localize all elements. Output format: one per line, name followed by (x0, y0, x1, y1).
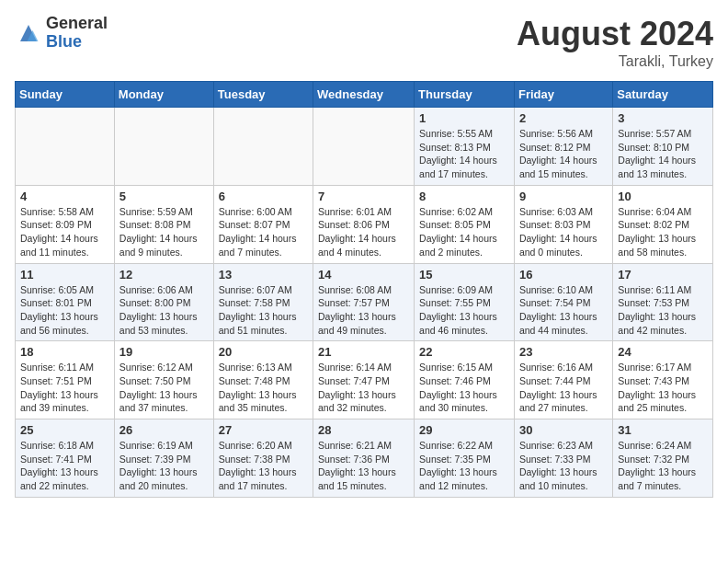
calendar-cell: 29Sunrise: 6:22 AM Sunset: 7:35 PM Dayli… (415, 419, 515, 498)
day-number: 4 (20, 190, 109, 203)
calendar-cell: 9Sunrise: 6:03 AM Sunset: 8:03 PM Daylig… (514, 185, 612, 263)
day-number: 15 (419, 268, 509, 282)
calendar-cell: 16Sunrise: 6:10 AM Sunset: 7:54 PM Dayli… (514, 263, 612, 341)
day-number: 31 (618, 423, 708, 437)
header: General Blue August 2024 Tarakli, Turkey (15, 15, 713, 70)
calendar-cell: 25Sunrise: 6:18 AM Sunset: 7:41 PM Dayli… (16, 419, 115, 498)
day-info: Sunrise: 6:01 AM Sunset: 8:06 PM Dayligh… (318, 205, 409, 259)
calendar-cell: 15Sunrise: 6:09 AM Sunset: 7:55 PM Dayli… (415, 263, 515, 341)
calendar-cell: 26Sunrise: 6:19 AM Sunset: 7:39 PM Dayli… (114, 419, 213, 498)
day-number: 23 (519, 345, 608, 359)
day-number: 2 (519, 111, 608, 125)
calendar-cell: 24Sunrise: 6:17 AM Sunset: 7:43 PM Dayli… (613, 341, 713, 419)
calendar: Sunday Monday Tuesday Wednesday Thursday… (15, 81, 713, 498)
day-info: Sunrise: 6:16 AM Sunset: 7:44 PM Dayligh… (519, 361, 608, 415)
calendar-cell: 27Sunrise: 6:20 AM Sunset: 7:38 PM Dayli… (213, 419, 313, 498)
calendar-cell: 1Sunrise: 5:55 AM Sunset: 8:13 PM Daylig… (415, 108, 515, 186)
calendar-header-row: Sunday Monday Tuesday Wednesday Thursday… (16, 82, 713, 108)
calendar-cell: 23Sunrise: 6:16 AM Sunset: 7:44 PM Dayli… (514, 341, 612, 419)
day-number: 20 (219, 345, 308, 359)
day-info: Sunrise: 6:04 AM Sunset: 8:02 PM Dayligh… (618, 205, 708, 259)
day-number: 12 (119, 268, 209, 282)
day-info: Sunrise: 5:56 AM Sunset: 8:12 PM Dayligh… (519, 127, 608, 181)
calendar-week-1: 1Sunrise: 5:55 AM Sunset: 8:13 PM Daylig… (16, 108, 713, 186)
location: Tarakli, Turkey (517, 53, 713, 70)
day-info: Sunrise: 6:02 AM Sunset: 8:05 PM Dayligh… (419, 205, 509, 259)
day-info: Sunrise: 6:18 AM Sunset: 7:41 PM Dayligh… (20, 439, 109, 493)
logo: General Blue (15, 15, 108, 52)
calendar-week-2: 4Sunrise: 5:58 AM Sunset: 8:09 PM Daylig… (16, 185, 713, 263)
calendar-cell: 6Sunrise: 6:00 AM Sunset: 8:07 PM Daylig… (213, 185, 313, 263)
day-number: 22 (419, 345, 509, 359)
day-info: Sunrise: 6:11 AM Sunset: 7:53 PM Dayligh… (618, 283, 708, 338)
day-number: 5 (119, 190, 209, 203)
day-number: 3 (618, 111, 708, 125)
logo-icon (15, 19, 42, 47)
day-number: 26 (119, 423, 209, 437)
col-friday: Friday (514, 82, 612, 108)
calendar-cell: 10Sunrise: 6:04 AM Sunset: 8:02 PM Dayli… (613, 185, 713, 263)
day-number: 13 (219, 268, 308, 282)
col-tuesday: Tuesday (213, 82, 313, 108)
calendar-cell: 2Sunrise: 5:56 AM Sunset: 8:12 PM Daylig… (514, 108, 612, 186)
day-number: 30 (519, 423, 608, 437)
day-number: 19 (119, 345, 209, 359)
calendar-cell: 14Sunrise: 6:08 AM Sunset: 7:57 PM Dayli… (313, 263, 415, 341)
calendar-cell: 18Sunrise: 6:11 AM Sunset: 7:51 PM Dayli… (16, 341, 115, 419)
calendar-cell: 12Sunrise: 6:06 AM Sunset: 8:00 PM Dayli… (114, 263, 213, 341)
day-number: 25 (20, 423, 109, 437)
logo-text: General Blue (46, 15, 108, 52)
day-number: 21 (318, 345, 409, 359)
day-info: Sunrise: 6:06 AM Sunset: 8:00 PM Dayligh… (119, 283, 209, 338)
day-number: 29 (419, 423, 509, 437)
calendar-cell: 21Sunrise: 6:14 AM Sunset: 7:47 PM Dayli… (313, 341, 415, 419)
day-number: 18 (20, 345, 109, 359)
day-number: 24 (618, 345, 708, 359)
day-info: Sunrise: 6:12 AM Sunset: 7:50 PM Dayligh… (119, 361, 209, 415)
day-info: Sunrise: 6:23 AM Sunset: 7:33 PM Dayligh… (519, 439, 608, 493)
day-info: Sunrise: 6:19 AM Sunset: 7:39 PM Dayligh… (119, 439, 209, 493)
day-number: 27 (219, 423, 308, 437)
calendar-cell: 30Sunrise: 6:23 AM Sunset: 7:33 PM Dayli… (514, 419, 612, 498)
day-info: Sunrise: 5:59 AM Sunset: 8:08 PM Dayligh… (119, 205, 209, 259)
day-info: Sunrise: 6:24 AM Sunset: 7:32 PM Dayligh… (618, 439, 708, 493)
day-number: 6 (219, 190, 308, 203)
day-number: 28 (318, 423, 409, 437)
calendar-cell (213, 108, 313, 186)
day-info: Sunrise: 6:03 AM Sunset: 8:03 PM Dayligh… (519, 205, 608, 259)
day-info: Sunrise: 6:05 AM Sunset: 8:01 PM Dayligh… (20, 283, 109, 338)
calendar-cell: 22Sunrise: 6:15 AM Sunset: 7:46 PM Dayli… (415, 341, 515, 419)
day-info: Sunrise: 6:00 AM Sunset: 8:07 PM Dayligh… (219, 205, 308, 259)
month-year: August 2024 (517, 15, 713, 53)
day-info: Sunrise: 5:58 AM Sunset: 8:09 PM Dayligh… (20, 205, 109, 259)
day-info: Sunrise: 6:13 AM Sunset: 7:48 PM Dayligh… (219, 361, 308, 415)
day-info: Sunrise: 6:14 AM Sunset: 7:47 PM Dayligh… (318, 361, 409, 415)
calendar-cell: 3Sunrise: 5:57 AM Sunset: 8:10 PM Daylig… (613, 108, 713, 186)
calendar-week-5: 25Sunrise: 6:18 AM Sunset: 7:41 PM Dayli… (16, 419, 713, 498)
calendar-cell: 17Sunrise: 6:11 AM Sunset: 7:53 PM Dayli… (613, 263, 713, 341)
day-info: Sunrise: 6:10 AM Sunset: 7:54 PM Dayligh… (519, 283, 608, 338)
day-info: Sunrise: 6:17 AM Sunset: 7:43 PM Dayligh… (618, 361, 708, 415)
calendar-cell (16, 108, 115, 186)
day-info: Sunrise: 6:11 AM Sunset: 7:51 PM Dayligh… (20, 361, 109, 415)
calendar-cell: 5Sunrise: 5:59 AM Sunset: 8:08 PM Daylig… (114, 185, 213, 263)
logo-general-label: General (46, 15, 108, 33)
day-info: Sunrise: 6:20 AM Sunset: 7:38 PM Dayligh… (219, 439, 308, 493)
title-section: August 2024 Tarakli, Turkey (517, 15, 713, 70)
day-number: 14 (318, 268, 409, 282)
col-sunday: Sunday (16, 82, 115, 108)
day-info: Sunrise: 6:21 AM Sunset: 7:36 PM Dayligh… (318, 439, 409, 493)
calendar-cell: 20Sunrise: 6:13 AM Sunset: 7:48 PM Dayli… (213, 341, 313, 419)
day-number: 11 (20, 268, 109, 282)
day-number: 10 (618, 190, 708, 203)
calendar-cell: 31Sunrise: 6:24 AM Sunset: 7:32 PM Dayli… (613, 419, 713, 498)
calendar-cell: 7Sunrise: 6:01 AM Sunset: 8:06 PM Daylig… (313, 185, 415, 263)
col-saturday: Saturday (613, 82, 713, 108)
col-thursday: Thursday (415, 82, 515, 108)
calendar-cell: 13Sunrise: 6:07 AM Sunset: 7:58 PM Dayli… (213, 263, 313, 341)
day-number: 16 (519, 268, 608, 282)
day-info: Sunrise: 6:08 AM Sunset: 7:57 PM Dayligh… (318, 283, 409, 338)
calendar-cell: 28Sunrise: 6:21 AM Sunset: 7:36 PM Dayli… (313, 419, 415, 498)
day-info: Sunrise: 5:55 AM Sunset: 8:13 PM Dayligh… (419, 127, 509, 181)
day-info: Sunrise: 6:07 AM Sunset: 7:58 PM Dayligh… (219, 283, 308, 338)
